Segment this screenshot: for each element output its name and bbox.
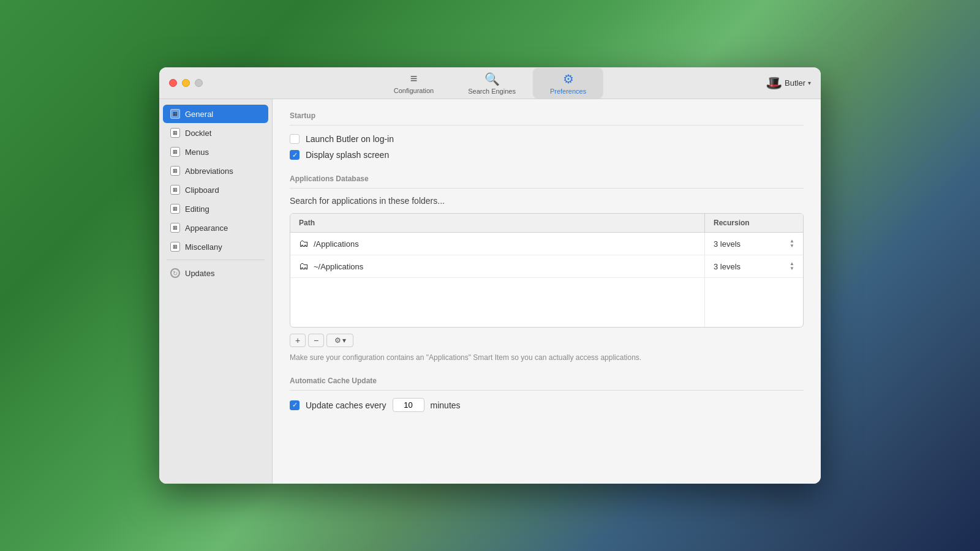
path-cell-1: 🗂 /Applications: [290, 233, 705, 255]
launch-label: Launch Butler on log-in: [306, 134, 394, 144]
sidebar-item-general[interactable]: ⊞ General: [163, 105, 268, 123]
check-icon: ✓: [292, 401, 298, 409]
folder-icon-1: 🗂: [299, 238, 309, 249]
butler-button[interactable]: 🎩 Butler ▾: [766, 75, 811, 91]
updates-icon: ↻: [170, 268, 180, 278]
search-engines-icon: 🔍: [484, 72, 500, 86]
sidebar-label-clipboard: Clipboard: [185, 186, 219, 195]
sidebar-label-appearance: Appearance: [185, 223, 228, 233]
menus-icon: ⊞: [170, 147, 180, 157]
sidebar-item-miscellany[interactable]: ⊞ Miscellany: [163, 238, 268, 256]
splash-row: ✓ Display splash screen: [290, 150, 804, 160]
tab-bar: ≡ Configuration 🔍 Search Engines ⚙ Prefe…: [377, 68, 603, 99]
sidebar-item-appearance[interactable]: ⊞ Appearance: [163, 219, 268, 237]
path-value-2: ~/Applications: [314, 262, 363, 271]
tab-search-engines[interactable]: 🔍 Search Engines: [451, 68, 533, 99]
gear-icon: ⚙: [334, 336, 341, 345]
empty-rows: [290, 278, 803, 327]
main-content: ⊞ General ⊞ Docklet ⊞ Menus ⊞ Abbreviati…: [159, 99, 821, 484]
recursion-value-2: 3 levels: [714, 262, 741, 271]
butler-chevron-icon: ▾: [808, 80, 811, 86]
tab-preferences-label: Preferences: [550, 88, 586, 95]
table-header: Path Recursion: [290, 214, 803, 233]
recursion-value-1: 3 levels: [714, 239, 741, 249]
stepper-down-icon: ▼: [790, 244, 794, 249]
search-folders-label: Search for applications in these folders…: [290, 196, 804, 206]
minutes-label: minutes: [431, 400, 461, 410]
clipboard-icon: ⊞: [170, 185, 180, 195]
sidebar-label-miscellany: Miscellany: [185, 242, 222, 252]
add-icon: +: [295, 335, 300, 345]
sidebar-item-editing[interactable]: ⊞ Editing: [163, 200, 268, 218]
launch-row: Launch Butler on log-in: [290, 134, 804, 144]
sidebar-label-abbreviations: Abbreviations: [185, 167, 233, 176]
content-area: Startup Launch Butler on log-in ✓ Displa…: [273, 99, 821, 484]
docklet-icon: ⊞: [170, 128, 180, 138]
sidebar-label-general: General: [185, 110, 213, 119]
splash-checkbox[interactable]: ✓: [290, 150, 300, 160]
sidebar-item-updates[interactable]: ↻ Updates: [163, 264, 268, 282]
table-controls: + − ⚙ ▾: [290, 334, 804, 347]
titlebar: ≡ Configuration 🔍 Search Engines ⚙ Prefe…: [159, 67, 821, 99]
launch-checkbox[interactable]: [290, 134, 300, 144]
appearance-icon: ⊞: [170, 223, 180, 233]
miscellany-icon: ⊞: [170, 242, 180, 252]
sidebar-item-clipboard[interactable]: ⊞ Clipboard: [163, 181, 268, 199]
path-value-1: /Applications: [314, 239, 359, 249]
gear-button[interactable]: ⚙ ▾: [326, 334, 353, 347]
abbreviations-icon: ⊞: [170, 166, 180, 176]
minimize-button[interactable]: [182, 79, 190, 87]
editing-icon: ⊞: [170, 204, 180, 214]
cache-title: Automatic Cache Update: [290, 377, 804, 391]
sidebar-label-updates: Updates: [185, 269, 214, 278]
startup-section: Startup Launch Butler on log-in ✓ Displa…: [290, 111, 804, 160]
sidebar-label-editing: Editing: [185, 204, 209, 214]
traffic-lights: [169, 79, 203, 87]
general-icon: ⊞: [170, 109, 180, 119]
col-path: Path: [290, 214, 705, 232]
sidebar-label-menus: Menus: [185, 148, 209, 157]
check-icon: ✓: [292, 151, 298, 159]
cache-checkbox[interactable]: ✓: [290, 400, 300, 410]
cache-row: ✓ Update caches every minutes: [290, 398, 804, 412]
tab-configuration-label: Configuration: [394, 87, 434, 94]
recursion-cell-2: 3 levels ▲ ▼: [705, 256, 803, 277]
recursion-cell-1: 3 levels ▲ ▼: [705, 233, 803, 254]
butler-label: Butler: [785, 78, 805, 88]
tab-configuration[interactable]: ≡ Configuration: [377, 68, 451, 98]
table-row[interactable]: 🗂 /Applications 3 levels ▲ ▼: [290, 233, 803, 255]
add-folder-button[interactable]: +: [290, 334, 306, 347]
gear-chevron-icon: ▾: [342, 336, 346, 345]
close-button[interactable]: [169, 79, 177, 87]
tab-preferences[interactable]: ⚙ Preferences: [533, 68, 603, 99]
sidebar-label-docklet: Docklet: [185, 129, 211, 138]
applications-db-section: Applications Database Search for applica…: [290, 174, 804, 362]
col-recursion: Recursion: [705, 214, 803, 232]
cache-update-label: Update caches every: [306, 400, 386, 410]
sidebar-item-abbreviations[interactable]: ⊞ Abbreviations: [163, 162, 268, 180]
sidebar-item-docklet[interactable]: ⊞ Docklet: [163, 124, 268, 142]
tab-search-engines-label: Search Engines: [468, 88, 516, 95]
table-row[interactable]: 🗂 ~/Applications 3 levels ▲ ▼: [290, 255, 803, 278]
app-window: ≡ Configuration 🔍 Search Engines ⚙ Prefe…: [159, 67, 821, 484]
preferences-icon: ⚙: [563, 72, 574, 86]
splash-label: Display splash screen: [306, 150, 389, 160]
folder-table: Path Recursion 🗂 /Applications 3 levels …: [290, 213, 804, 328]
sidebar-item-menus[interactable]: ⊞ Menus: [163, 143, 268, 161]
hint-text: Make sure your configuration contains an…: [290, 353, 804, 362]
remove-folder-button[interactable]: −: [308, 334, 324, 347]
sidebar: ⊞ General ⊞ Docklet ⊞ Menus ⊞ Abbreviati…: [159, 99, 273, 484]
recursion-stepper-2[interactable]: ▲ ▼: [790, 261, 794, 271]
butler-icon: 🎩: [766, 75, 782, 91]
appdb-title: Applications Database: [290, 174, 804, 189]
recursion-stepper-1[interactable]: ▲ ▼: [790, 239, 794, 249]
folder-icon-2: 🗂: [299, 261, 309, 272]
remove-icon: −: [314, 335, 318, 345]
maximize-button[interactable]: [195, 79, 203, 87]
cache-section: Automatic Cache Update ✓ Update caches e…: [290, 377, 804, 412]
startup-title: Startup: [290, 111, 804, 126]
path-cell-2: 🗂 ~/Applications: [290, 255, 705, 277]
cache-minutes-input[interactable]: [393, 398, 424, 412]
sidebar-divider: [167, 260, 265, 260]
empty-recursion: [705, 278, 803, 327]
